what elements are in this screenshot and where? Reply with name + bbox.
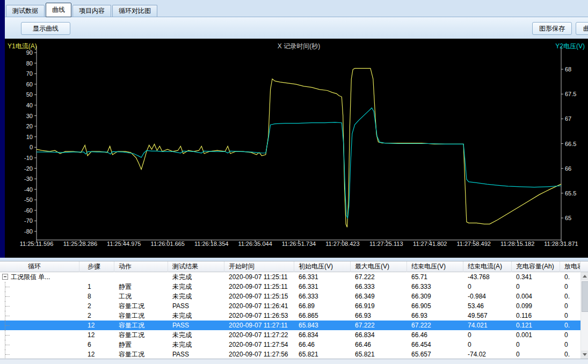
- tab-循环对比图[interactable]: 循环对比图: [112, 5, 157, 17]
- svg-text:11:27:58.492: 11:27:58.492: [456, 241, 490, 247]
- cell: 65.657: [407, 350, 463, 359]
- cell: 静置: [114, 282, 168, 292]
- column-header[interactable]: 测试结果: [168, 261, 224, 272]
- cell: 65.71: [407, 272, 463, 282]
- cell: 12: [79, 321, 114, 330]
- cell: 容量工况: [114, 350, 168, 359]
- cell: [0, 311, 79, 321]
- tree-connector: [5, 316, 10, 316]
- svg-text:60: 60: [26, 81, 33, 88]
- show-curve-button[interactable]: 显示曲线: [21, 22, 70, 35]
- svg-text:66.5: 66.5: [565, 141, 576, 147]
- column-header[interactable]: 动作: [114, 261, 168, 272]
- svg-text:11:28:31.871: 11:28:31.871: [544, 241, 578, 247]
- svg-text:11:27:08.423: 11:27:08.423: [325, 241, 359, 247]
- svg-text:70: 70: [26, 70, 33, 77]
- svg-text:11:26:51.734: 11:26:51.734: [282, 241, 316, 247]
- cell: 8: [79, 292, 114, 301]
- cell: 容量工况: [114, 311, 168, 321]
- cell: 49.567: [463, 311, 512, 321]
- svg-text:0: 0: [30, 144, 33, 150]
- cell: 0.: [560, 292, 580, 301]
- left-edge-strip: [0, 0, 5, 258]
- cell: 0: [463, 330, 512, 340]
- column-header[interactable]: 步骤: [79, 261, 114, 272]
- cell: [0, 340, 79, 350]
- cell: 0: [512, 340, 560, 350]
- cell: 未完成: [168, 272, 224, 282]
- column-header[interactable]: 循环: [0, 261, 79, 272]
- cell: 65.843: [294, 321, 351, 330]
- column-header[interactable]: 最大电压(V): [351, 261, 407, 272]
- cell: 2020-09-07 11:27:54: [224, 340, 294, 350]
- svg-text:Y1电流(A): Y1电流(A): [8, 42, 37, 50]
- scroll-down-button[interactable]: [581, 351, 588, 359]
- clipped-save-curve-button[interactable]: 曲: [576, 22, 588, 35]
- cell: 66.865: [294, 311, 351, 321]
- cell: 0: [512, 350, 560, 359]
- cell: [0, 301, 79, 311]
- table-row[interactable]: 12容量工况PASS2020-09-07 11:27:1165.84367.22…: [0, 321, 588, 330]
- vertical-scrollbar[interactable]: [580, 272, 588, 359]
- cell: 2020-09-07 11:27:56: [224, 350, 294, 359]
- scroll-up-button[interactable]: [581, 272, 588, 280]
- table-row[interactable]: 6静置未完成2020-09-07 11:27:5466.4666.4666.45…: [0, 340, 588, 350]
- cell: 未完成: [168, 311, 224, 321]
- table-row[interactable]: 12容量工况PASS2020-09-07 11:27:5665.82165.82…: [0, 350, 588, 359]
- tab-曲线[interactable]: 曲线: [46, 3, 71, 17]
- cell: 2020-09-07 11:25:15: [224, 292, 294, 301]
- chart-plot-area[interactable]: 9080706050403020100-10-20-30-40-50-60-70…: [5, 39, 588, 258]
- svg-text:66: 66: [565, 165, 571, 172]
- table-row[interactable]: 工况限值 单...未完成2020-09-07 11:25:1166.33167.…: [0, 272, 588, 282]
- cell: -74.02: [463, 350, 512, 359]
- scrollbar-thumb[interactable]: [582, 281, 588, 312]
- cell: [0, 350, 79, 359]
- tab-项目内容[interactable]: 项目内容: [72, 5, 111, 17]
- svg-text:65: 65: [565, 215, 571, 221]
- table-row[interactable]: 2容量工况PASS2020-09-07 11:26:4166.8966.9196…: [0, 301, 588, 311]
- cell: 74.021: [463, 321, 512, 330]
- cell: 66.905: [407, 301, 463, 311]
- cell: [79, 272, 114, 282]
- column-header[interactable]: 放电容: [560, 261, 580, 272]
- collapse-icon[interactable]: [2, 274, 8, 280]
- svg-text:-20: -20: [24, 165, 33, 172]
- save-graph-button[interactable]: 图形保存: [532, 22, 572, 35]
- cell: 65.821: [351, 350, 407, 359]
- cell: 66.46: [351, 340, 407, 350]
- cell: 工况: [114, 292, 168, 301]
- cell: 0: [560, 340, 580, 350]
- column-header[interactable]: 开始时间: [224, 261, 294, 272]
- column-header[interactable]: 结束电流(A): [463, 261, 512, 272]
- cell: [114, 272, 168, 282]
- tab-测试数据[interactable]: 测试数据: [6, 5, 45, 17]
- results-table: 循环步骤动作测试结果开始时间初始电压(V)最大电压(V)结束电压(V)结束电流(…: [0, 261, 588, 359]
- cell: 0.: [560, 272, 580, 282]
- svg-text:11:25:11.596: 11:25:11.596: [20, 241, 54, 247]
- column-header[interactable]: 充电容量(Ah): [512, 261, 560, 272]
- column-header[interactable]: 初始电压(V): [294, 261, 351, 272]
- svg-text:90: 90: [26, 49, 33, 56]
- cell: 66.93: [351, 311, 407, 321]
- cell: 6: [79, 340, 114, 350]
- svg-text:-40: -40: [24, 186, 33, 193]
- cell: 0: [560, 311, 580, 321]
- column-header[interactable]: 结束电压(V): [407, 261, 463, 272]
- svg-text:-70: -70: [24, 217, 33, 224]
- toolbar: 显示曲线 图形保存 曲: [5, 17, 588, 39]
- cell: 0.341: [512, 272, 560, 282]
- table-row[interactable]: 8工况未完成2020-09-07 11:25:1566.33366.34966.…: [0, 292, 588, 301]
- cell: 0.099: [512, 301, 560, 311]
- table-row[interactable]: 2容量工况未完成2020-09-07 11:26:5366.86566.9366…: [0, 311, 588, 321]
- cell: 未完成: [168, 282, 224, 292]
- cell: [0, 330, 79, 340]
- cell: 0.: [560, 321, 580, 330]
- cell: PASS: [168, 301, 224, 311]
- table-row[interactable]: 12容量工况未完成2020-09-07 11:27:2266.83466.834…: [0, 330, 588, 340]
- cell: 67.222: [407, 321, 463, 330]
- svg-text:67.5: 67.5: [565, 91, 576, 97]
- svg-text:65.5: 65.5: [565, 190, 576, 196]
- table-row[interactable]: 1静置未完成2020-09-07 11:25:1166.33166.33366.…: [0, 282, 588, 292]
- app-window: 测试数据曲线项目内容循环对比图 显示曲线 图形保存 曲 908070605040…: [0, 0, 588, 364]
- svg-text:-60: -60: [24, 207, 33, 214]
